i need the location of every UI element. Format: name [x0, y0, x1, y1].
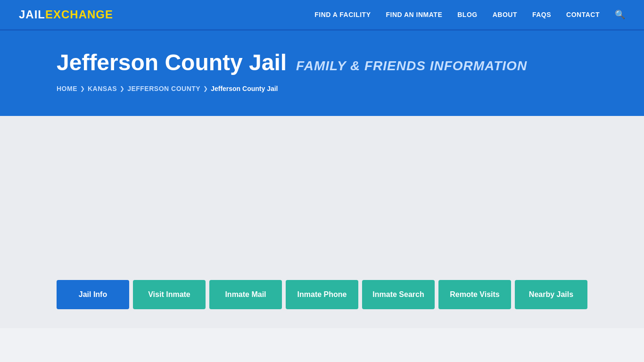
tab-btn-jail-info[interactable]: Jail Info	[57, 280, 129, 309]
breadcrumb-sep-2: ❯	[120, 85, 124, 92]
nav-find-facility[interactable]: FIND A FACILITY	[314, 11, 371, 18]
nav-blog[interactable]: BLOG	[457, 11, 477, 18]
main-content: Jail InfoVisit InmateInmate MailInmate P…	[0, 116, 644, 328]
breadcrumb-sep-1: ❯	[80, 85, 85, 92]
page-title-sub: FAMILY & FRIENDS INFORMATION	[296, 58, 527, 74]
nav-faqs[interactable]: FAQs	[532, 11, 551, 18]
logo-jail: JAIL	[19, 8, 45, 21]
tab-btn-nearby-jails[interactable]: Nearby Jails	[515, 280, 587, 309]
tab-buttons-row: Jail InfoVisit InmateInmate MailInmate P…	[57, 280, 587, 309]
breadcrumb-sep-3: ❯	[203, 85, 208, 92]
breadcrumb-jefferson-county[interactable]: Jefferson County	[127, 85, 200, 92]
logo-exchange: EXCHANGE	[45, 8, 113, 21]
tab-btn-inmate-mail[interactable]: Inmate Mail	[209, 280, 282, 309]
breadcrumb-kansas[interactable]: Kansas	[88, 85, 117, 92]
page-title-group: Jefferson County Jail FAMILY & FRIENDS I…	[57, 49, 587, 75]
tab-btn-remote-visits[interactable]: Remote Visits	[438, 280, 511, 309]
main-nav: FIND A FACILITY FIND AN INMATE BLOG ABOU…	[314, 9, 625, 20]
page-title-main: Jefferson County Jail	[57, 49, 287, 75]
site-header: JAIL EXCHANGE FIND A FACILITY FIND AN IN…	[0, 0, 644, 31]
breadcrumb: Home ❯ Kansas ❯ Jefferson County ❯ Jeffe…	[57, 85, 587, 92]
hero-section: Jefferson County Jail FAMILY & FRIENDS I…	[0, 31, 644, 116]
nav-about[interactable]: ABOUT	[493, 11, 517, 18]
breadcrumb-current: Jefferson County Jail	[211, 85, 278, 92]
tab-btn-inmate-search[interactable]: Inmate Search	[362, 280, 435, 309]
tab-btn-visit-inmate[interactable]: Visit Inmate	[133, 280, 206, 309]
search-icon[interactable]: 🔍	[615, 9, 625, 20]
nav-find-inmate[interactable]: FIND AN INMATE	[386, 11, 442, 18]
site-logo[interactable]: JAIL EXCHANGE	[19, 8, 113, 21]
breadcrumb-home[interactable]: Home	[57, 85, 77, 92]
nav-contact[interactable]: CONTACT	[566, 11, 600, 18]
tab-btn-inmate-phone[interactable]: Inmate Phone	[286, 280, 358, 309]
